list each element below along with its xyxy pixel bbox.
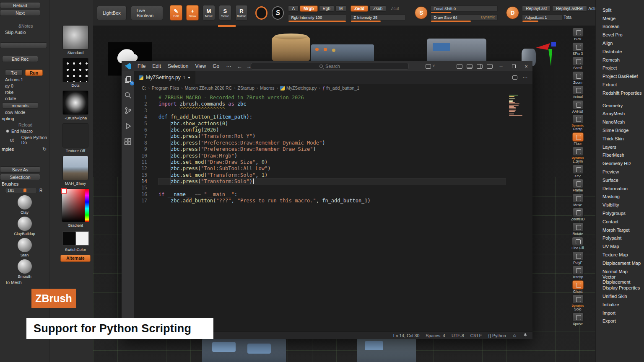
replaylastrel-button[interactable]: ReplayLastRel	[552, 5, 587, 12]
editor-layout-icon[interactable]	[487, 64, 493, 69]
status-python[interactable]: {} Python	[488, 333, 506, 338]
source-control-icon[interactable]	[124, 106, 132, 115]
brush-clay[interactable]: Clay	[0, 195, 49, 215]
viewport-tool-polyf[interactable]: PolyF	[572, 251, 584, 265]
standard-thumbnail[interactable]	[62, 25, 88, 49]
txt-button[interactable]: Txt	[5, 70, 23, 76]
code-line[interactable]: if __name__ == "__main__":	[158, 191, 506, 198]
viewport-tool-aahalf[interactable]: AAHalf	[572, 100, 584, 114]
frame-icon[interactable]	[572, 179, 584, 188]
menu-item-geometry-hd[interactable]: Geometry HD	[602, 159, 644, 168]
shiny-thumbnail[interactable]	[62, 156, 88, 180]
replaylast-button[interactable]: ReplayLast	[522, 5, 551, 12]
rotate-tool-button[interactable]: RRotate	[235, 5, 248, 21]
gradient-thumbnail[interactable]	[62, 189, 89, 222]
paint-mode-m[interactable]: M	[335, 5, 346, 12]
menu-view[interactable]: View	[192, 63, 209, 69]
current-brush-icon[interactable]	[255, 6, 267, 20]
viewport-tool-solo[interactable]: DynamicSolo	[571, 295, 584, 311]
floor-icon[interactable]	[572, 132, 584, 142]
xpose-icon[interactable]	[572, 313, 584, 322]
menu-item-visibility[interactable]: Visibility	[602, 201, 644, 209]
viewport-tool-rotate[interactable]: Rotate	[572, 222, 584, 236]
breadcrumb-maxon-zbrush-2026-rc[interactable]: Maxon ZBrush 2026 RC	[185, 85, 232, 90]
code-line[interactable]: def fn_add_button_1(item_path):	[158, 114, 506, 120]
viewport-tool-spix-3[interactable]: SPix 3	[572, 42, 584, 56]
code-line[interactable]: zbc.show_actions(0)	[158, 121, 506, 127]
editor-code[interactable]: # ZBRUSH MACRO - Recorded in ZBrush vers…	[158, 95, 506, 204]
menu-item-uv-map[interactable]: UV Map	[602, 242, 644, 251]
menu-item-preview[interactable]: Preview	[602, 168, 644, 176]
menu-item-morph-target[interactable]: Morph Target	[602, 226, 644, 234]
l-sym-icon[interactable]	[572, 147, 584, 156]
thumb-dots[interactable]: Dots	[62, 58, 88, 88]
code-line[interactable]: zbc.press("Preferences:Draw:Remember Dra…	[158, 146, 506, 153]
close-button[interactable]: ×	[520, 61, 532, 71]
menu-item-surface[interactable]: Surface	[602, 176, 644, 184]
dots-thumbnail[interactable]	[62, 58, 88, 82]
menu-item-distribute[interactable]: Distribute	[602, 47, 644, 56]
menu-item-project[interactable]: Project	[602, 64, 644, 72]
code-line[interactable]: # ZBRUSH MACRO - Recorded in ZBrush vers…	[158, 95, 506, 101]
unsaved-dot-icon[interactable]: ●	[188, 75, 190, 80]
menu-item-vector-displacement[interactable]: Vector Displacement	[602, 276, 644, 284]
panel-button[interactable]	[0, 42, 47, 48]
feedback-icon[interactable]: ☺	[512, 333, 517, 338]
solo-icon[interactable]	[572, 295, 584, 304]
live-boolean-button[interactable]: Live Boolean	[131, 6, 163, 20]
menu-item-export[interactable]: Export	[602, 317, 644, 325]
viewport-tool-actual[interactable]: Actual	[572, 85, 584, 99]
menu-item-split[interactable]: Split	[602, 6, 644, 14]
sculpt-mode-zsub[interactable]: Zsub	[369, 5, 386, 12]
split-editor-icon[interactable]	[512, 75, 517, 80]
menu-item-redshift-properties[interactable]: Redshift Properties	[602, 89, 644, 97]
slider-handle[interactable]	[23, 189, 26, 192]
code-line[interactable]: zbc.set_mod("Draw:Draw Size", 0)	[158, 159, 506, 165]
viewport-tool-transp[interactable]: Transp	[572, 266, 584, 279]
scale-tool-button[interactable]: SScale	[219, 5, 231, 21]
toggle-sidebar-icon[interactable]	[457, 64, 462, 69]
xyz-icon[interactable]	[572, 165, 584, 174]
selecticon-button[interactable]: SelectIcon	[0, 174, 40, 180]
edit-tool-button[interactable]: ✎Edit	[170, 5, 182, 21]
actual-icon[interactable]	[572, 85, 584, 95]
move-tool-button[interactable]: MMove	[203, 5, 215, 21]
adjust-last-slider[interactable]: AdjustLast 1	[522, 14, 562, 21]
thumb-gradient[interactable]: Gradient	[62, 189, 89, 228]
code-line[interactable]: zbc.press("Draw:Mrgb")	[158, 153, 506, 159]
menu-item-slime-bridge[interactable]: Slime Bridge	[602, 126, 644, 134]
menu-item-remesh[interactable]: Remesh	[602, 56, 644, 64]
explorer-icon[interactable]: 1	[124, 75, 132, 84]
line-fill-icon[interactable]	[572, 237, 583, 246]
status-spaces-4[interactable]: Spaces: 4	[426, 333, 445, 338]
menu-item-geometry[interactable]: Geometry	[602, 101, 644, 110]
sculpt-mode-zadd[interactable]: Zadd	[351, 5, 368, 12]
minimap[interactable]	[509, 95, 526, 116]
viewport-tool-bpr[interactable]: BPR	[572, 28, 584, 41]
spix-3-icon[interactable]	[572, 42, 584, 52]
paint-mode-rgb[interactable]: Rgb	[319, 5, 334, 12]
breadcrumb-zstartup[interactable]: ZStartup	[238, 85, 254, 90]
tab-myzsettings[interactable]: MyZSettings.py 1 ●	[134, 71, 195, 84]
viewport-tool-xpose[interactable]: Xpose	[572, 313, 584, 326]
refresh-icon[interactable]: ↻	[42, 146, 47, 152]
vscode-titlebar[interactable]: FileEditSelectionViewGo⋯ ← → Search – ×	[122, 61, 532, 71]
menu-item-contact[interactable]: Contact	[602, 217, 644, 226]
menu-item-project-basrelief[interactable]: Project BasRelief	[602, 72, 644, 80]
breadcrumb-fn-add-button-1[interactable]: ƒfn_add_button_1	[322, 85, 359, 90]
status-utf-8[interactable]: UTF-8	[452, 333, 464, 338]
menu-item-align[interactable]: Align	[602, 39, 644, 47]
z-intensity-slider[interactable]: Z Intensity 25	[351, 14, 405, 21]
zoom3d-icon[interactable]	[572, 208, 584, 217]
mmands-button[interactable]: mmands	[2, 102, 38, 109]
draw-tool-button[interactable]: +Draw	[186, 5, 199, 21]
move-icon[interactable]	[572, 194, 584, 203]
menu-item-polygroups[interactable]: Polygroups	[602, 209, 644, 217]
thumb-mah-shiny[interactable]: MAH_Shiny	[62, 156, 88, 186]
switch-thumbnail[interactable]	[62, 230, 89, 246]
viewport-tool-l-sym[interactable]: DynamicL.Sym	[571, 147, 584, 163]
code-line[interactable]: zbc.add_button("???", "Press to run this…	[158, 198, 506, 204]
lightbox-button[interactable]: LightBox	[97, 6, 127, 20]
code-line[interactable]: zbc.press("Transform:Solo")	[158, 178, 506, 185]
menu-item-masking[interactable]: Masking	[602, 193, 644, 201]
